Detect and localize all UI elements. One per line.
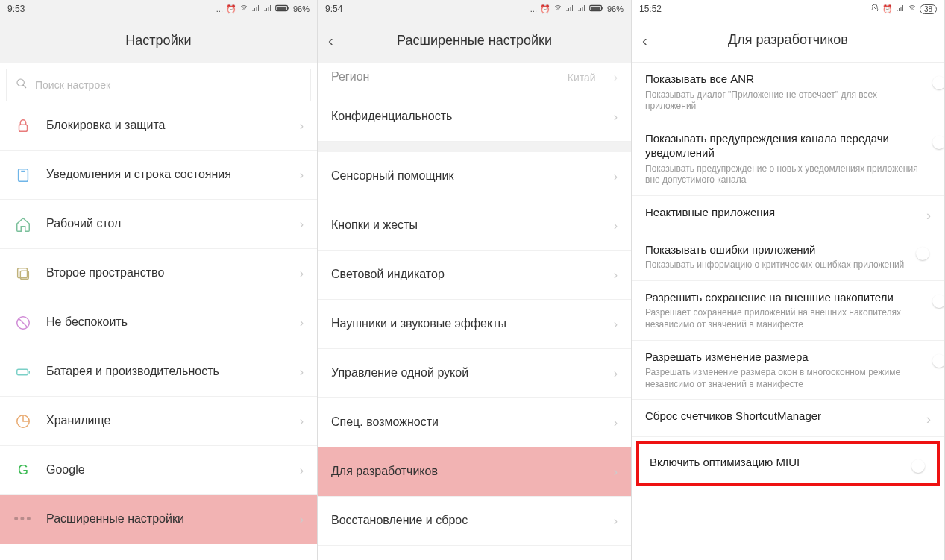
chevron-right-icon: ›	[614, 71, 618, 84]
battery-icon	[589, 4, 604, 14]
row-show-app-errors[interactable]: Показывать ошибки приложений Показывать …	[632, 233, 944, 281]
status-time: 15:52	[639, 4, 662, 14]
row-google[interactable]: G Google ›	[0, 446, 317, 495]
row-label: Рабочий стол	[46, 216, 286, 232]
signal-icon	[251, 4, 260, 14]
status-right: ... ⏰ 96%	[216, 4, 310, 14]
back-button[interactable]: ‹	[642, 31, 647, 48]
row-lock-protect[interactable]: Блокировка и защита ›	[0, 101, 317, 151]
row-led[interactable]: Световой индикатор ›	[318, 251, 631, 300]
row-external-storage[interactable]: Разрешить сохранение на внешние накопите…	[632, 281, 944, 341]
row-desktop[interactable]: Рабочий стол ›	[0, 200, 317, 249]
row-label: Спец. возможности	[331, 415, 600, 430]
row-advanced[interactable]: ••• Расширенные настройки ›	[0, 495, 317, 544]
notif-icon	[13, 166, 33, 185]
search-input[interactable]	[35, 79, 301, 91]
row-text: Показывать предупреждения канала передач…	[645, 131, 923, 186]
status-bar: 9:53 ... ⏰ 96%	[0, 0, 317, 18]
svg-rect-6	[18, 268, 28, 277]
row-privacy[interactable]: Конфиденциальность ›	[318, 92, 631, 142]
chevron-right-icon: ›	[614, 515, 618, 528]
row-shortcut-reset[interactable]: Сброс счетчиков ShortcutManager ›	[632, 400, 944, 437]
search-icon	[16, 78, 28, 92]
row-miui-opt[interactable]: Включить оптимизацию MIUI	[639, 444, 937, 483]
circle-slash-icon	[13, 313, 33, 333]
row-second-space[interactable]: Второе пространство ›	[0, 249, 317, 298]
row-buttons-gestures[interactable]: Кнопки и жесты ›	[318, 201, 631, 251]
svg-rect-13	[602, 7, 603, 10]
row-subtitle: Показывать информацию о критических ошиб…	[645, 259, 923, 271]
back-button[interactable]: ‹	[328, 32, 333, 49]
row-subtitle: Показывать диалог "Приложение не отвечае…	[645, 89, 923, 113]
row-text: Разрешить сохранение на внешние накопите…	[645, 290, 923, 331]
lock-icon	[13, 116, 33, 136]
row-title: Разрешить сохранение на внешние накопите…	[645, 290, 923, 305]
chevron-right-icon: ›	[614, 465, 618, 479]
row-label: Не беспокоить	[46, 315, 286, 330]
chevron-right-icon: ›	[300, 316, 304, 330]
row-text: Сброс счетчиков ShortcutManager	[645, 409, 919, 427]
row-label: Второе пространство	[46, 265, 286, 281]
row-label: Расширенные настройки	[46, 512, 286, 527]
chevron-right-icon: ›	[300, 464, 304, 477]
screen-settings: 9:53 ... ⏰ 96% Настройки Бл	[0, 0, 318, 560]
battery-icon	[13, 362, 33, 382]
more-icon: ...	[216, 4, 223, 13]
row-label: Для разработчиков	[331, 464, 600, 479]
page-title: Расширенные настройки	[397, 33, 552, 48]
search-bar[interactable]	[6, 69, 311, 101]
g-icon: G	[13, 461, 33, 480]
dnd-icon	[870, 4, 879, 14]
row-label: Наушники и звуковые эффекты	[331, 316, 600, 332]
chevron-right-icon: ›	[926, 412, 931, 427]
row-control: ›	[926, 409, 931, 427]
row-inactive-apps[interactable]: Неактивные приложения ›	[632, 196, 944, 233]
row-headphones[interactable]: Наушники и звуковые эффекты ›	[318, 300, 631, 349]
row-text: Включить оптимизацию MIUI	[650, 455, 919, 473]
chevron-right-icon: ›	[300, 119, 304, 133]
chevron-right-icon: ›	[614, 219, 618, 233]
battery-badge: 38	[920, 4, 937, 14]
row-storage[interactable]: Хранилище ›	[0, 397, 317, 446]
row-accessibility[interactable]: Спец. возможности ›	[318, 398, 631, 447]
battery-pct: 96%	[607, 4, 624, 13]
chevron-right-icon: ›	[614, 367, 618, 380]
chevron-right-icon: ›	[614, 318, 618, 331]
chevron-right-icon: ›	[614, 416, 618, 430]
row-label: Восстановление и сброс	[331, 513, 600, 529]
section-gap	[318, 142, 631, 152]
svg-rect-4	[19, 125, 28, 131]
row-text: Разрешать изменение размера Разрешать из…	[645, 350, 923, 391]
header: Настройки	[0, 18, 317, 63]
row-notifications[interactable]: Уведомления и строка состояния ›	[0, 151, 317, 200]
row-title: Неактивные приложения	[645, 205, 919, 220]
row-developers[interactable]: Для разработчиков ›	[318, 447, 631, 497]
row-resize[interactable]: Разрешать изменение размера Разрешать из…	[632, 341, 944, 400]
screen-developers: 15:52 ⏰ 38 ‹ Для разработчиков Показыват…	[632, 0, 945, 560]
header: ‹ Расширенные настройки	[318, 18, 631, 63]
page-title: Настройки	[125, 33, 191, 48]
row-channel-warnings[interactable]: Показывать предупреждения канала передач…	[632, 122, 944, 196]
row-battery-perf[interactable]: Батарея и производительность ›	[0, 347, 317, 397]
row-backup-reset[interactable]: Восстановление и сброс ›	[318, 497, 631, 546]
chevron-right-icon: ›	[300, 415, 304, 428]
row-label: Кнопки и жесты	[331, 218, 600, 233]
row-subtitle: Разрешает сохранение приложений на внешн…	[645, 307, 923, 330]
battery-pct: 96%	[293, 4, 310, 13]
screen-advanced: 9:54 ... ⏰ 96% ‹ Расширенные настройки Р…	[318, 0, 632, 560]
row-region[interactable]: Регион Китай ›	[318, 63, 631, 92]
row-sensor-assistant[interactable]: Сенсорный помощник ›	[318, 152, 631, 201]
advanced-list: Регион Китай › Конфиденциальность › Сенс…	[318, 63, 631, 560]
row-onehanded[interactable]: Управление одной рукой ›	[318, 349, 631, 398]
row-label: Управление одной рукой	[331, 365, 600, 381]
row-dnd[interactable]: Не беспокоить ›	[0, 298, 317, 347]
svg-rect-9	[17, 369, 28, 374]
row-subtitle: Разрешать изменение размера окон в много…	[645, 367, 923, 390]
status-time: 9:54	[325, 4, 342, 14]
header: ‹ Для разработчиков	[632, 18, 944, 63]
row-label: Регион	[331, 69, 554, 85]
row-title: Показывать ошибки приложений	[645, 242, 923, 257]
row-show-anr[interactable]: Показывать все ANR Показывать диалог "Пр…	[632, 63, 944, 122]
row-title: Показывать все ANR	[645, 72, 923, 86]
row-title: Показывать предупреждения канала передач…	[645, 131, 923, 160]
